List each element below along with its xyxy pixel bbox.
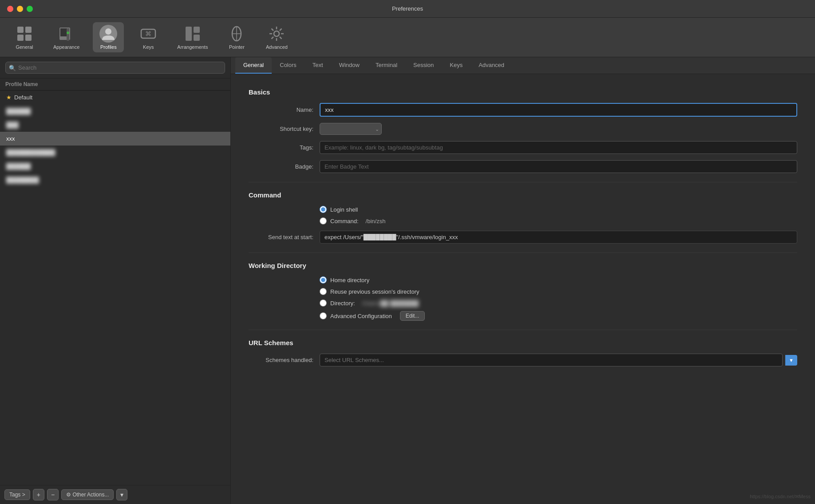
name-input[interactable] [320, 103, 797, 117]
profile-name-header: Profile Name [5, 81, 38, 87]
search-wrapper: 🔍 [5, 62, 225, 74]
reuse-session-radio[interactable] [320, 288, 327, 295]
other-actions-button[interactable]: ⚙ Other Actions... [61, 489, 114, 500]
svg-rect-3 [25, 35, 32, 41]
tags-row: Tags: [249, 141, 797, 154]
home-dir-label: Home directory [330, 277, 369, 284]
list-item[interactable]: ██████ [0, 104, 230, 118]
toolbar-advanced-label: Advanced [266, 44, 288, 50]
login-shell-radio[interactable] [320, 206, 327, 213]
remove-profile-button[interactable]: − [47, 489, 59, 500]
arrangements-icon [184, 25, 202, 43]
list-item[interactable]: ██████ [0, 159, 230, 173]
toolbar-item-advanced[interactable]: Advanced [261, 22, 292, 52]
name-label: Name: [249, 106, 320, 113]
list-item[interactable]: ███ [0, 118, 230, 132]
send-text-row: Send text at start: [249, 231, 797, 244]
toolbar-item-pointer[interactable]: Pointer [221, 22, 252, 52]
working-dir-section-title: Working Directory [249, 262, 797, 269]
home-dir-radio[interactable] [320, 276, 327, 284]
tab-bar: General Colors Text Window Terminal Sess… [231, 57, 815, 74]
list-item[interactable]: ████████ [0, 173, 230, 187]
add-profile-button[interactable]: + [33, 489, 44, 500]
tab-session[interactable]: Session [405, 57, 442, 74]
keys-icon: ⌘ [139, 25, 157, 43]
directory-value: /Users/██ ███████ [362, 300, 419, 307]
url-schemes-section-title: URL Schemes [249, 339, 797, 346]
directory-radio[interactable] [320, 299, 327, 307]
home-dir-radio-row: Home directory [320, 276, 797, 284]
url-schemes-input[interactable] [320, 354, 783, 366]
svg-point-7 [67, 32, 69, 34]
tab-colors[interactable]: Colors [272, 57, 305, 74]
profile-item-label: Default [14, 94, 32, 101]
advanced-config-radio[interactable] [320, 312, 327, 319]
directory-label: Directory: [330, 300, 355, 307]
toolbar-arrangements-label: Arrangements [177, 44, 208, 50]
url-schemes-dropdown-button[interactable]: ▼ [785, 355, 797, 366]
profile-item-label: ███ [6, 122, 19, 128]
svg-rect-0 [17, 27, 24, 33]
svg-text:⌘: ⌘ [145, 30, 151, 37]
tab-general[interactable]: General [235, 57, 272, 74]
tab-advanced[interactable]: Advanced [471, 57, 512, 74]
maximize-button[interactable] [27, 6, 33, 12]
tags-input[interactable] [320, 141, 797, 154]
profile-item-label: ██████ [6, 108, 31, 114]
list-item[interactable]: xxx [0, 132, 230, 146]
window-controls [7, 6, 33, 12]
shortcut-select[interactable] [320, 123, 382, 135]
svg-rect-11 [186, 27, 192, 41]
svg-line-25 [272, 37, 274, 39]
divider-3 [249, 330, 797, 330]
badge-input[interactable] [320, 160, 797, 173]
working-dir-radio-group: Home directory Reuse previous session's … [320, 276, 797, 321]
send-text-label: Send text at start: [249, 234, 320, 240]
badge-label: Badge: [249, 163, 320, 170]
send-text-input[interactable] [320, 231, 797, 244]
profile-item-label: ████████ [6, 177, 39, 183]
tags-button[interactable]: Tags > [4, 489, 30, 500]
toolbar-item-profiles[interactable]: Profiles [93, 22, 124, 52]
profile-item-label: ████████████ [6, 149, 55, 156]
profile-item-label: xxx [6, 135, 15, 142]
window-title: Preferences [392, 5, 423, 12]
list-item[interactable]: ████████████ [0, 146, 230, 159]
tags-field [320, 141, 797, 154]
profiles-icon [99, 25, 117, 43]
svg-rect-2 [17, 35, 24, 41]
pointer-icon [228, 25, 245, 43]
right-panel: General Colors Text Window Terminal Sess… [231, 57, 815, 504]
tab-window[interactable]: Window [331, 57, 368, 74]
toolbar-item-arrangements[interactable]: Arrangements [173, 22, 212, 52]
close-button[interactable] [7, 6, 13, 12]
toolbar-item-keys[interactable]: ⌘ Keys [133, 22, 164, 52]
toolbar-profiles-label: Profiles [100, 44, 117, 50]
list-item[interactable]: ★ Default [0, 91, 230, 104]
svg-rect-1 [25, 27, 32, 33]
advanced-config-label: Advanced Configuration [330, 313, 392, 319]
divider-1 [249, 182, 797, 182]
content-area: Basics Name: Shortcut key: ⌄ [231, 74, 815, 504]
toolbar-item-appearance[interactable]: Appearance [49, 22, 84, 52]
tab-text[interactable]: Text [305, 57, 331, 74]
shortcut-row: Shortcut key: ⌄ [249, 123, 797, 135]
edit-button[interactable]: Edit... [400, 311, 425, 321]
search-icon: 🔍 [9, 64, 16, 71]
advanced-config-radio-row: Advanced Configuration Edit... [320, 311, 797, 321]
command-sublabel: Command: [330, 218, 359, 224]
command-radio[interactable] [320, 217, 327, 224]
reuse-session-radio-row: Reuse previous session's directory [320, 288, 797, 295]
command-section-title: Command [249, 191, 797, 199]
profile-list[interactable]: ★ Default ██████ ███ xxx ████████████ ██… [0, 91, 230, 485]
toolbar-item-general[interactable]: General [9, 22, 40, 52]
svg-line-22 [272, 29, 274, 31]
tab-terminal[interactable]: Terminal [368, 57, 405, 74]
search-input[interactable] [5, 62, 225, 74]
tab-keys[interactable]: Keys [442, 57, 471, 74]
shortcut-select-wrapper: ⌄ [320, 123, 382, 135]
star-icon: ★ [6, 94, 12, 101]
profile-list-header: Profile Name [0, 79, 230, 91]
minimize-button[interactable] [17, 6, 23, 12]
other-actions-dropdown[interactable]: ▾ [116, 489, 127, 500]
